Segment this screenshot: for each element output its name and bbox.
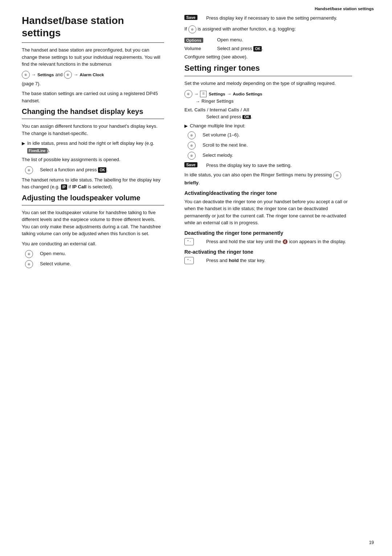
star-key-2: * ◦ <box>184 257 194 264</box>
scroll-text: Scroll to the next line. <box>203 142 352 149</box>
internal-calls-label: Internal Calls <box>209 107 239 113</box>
options-row: Options Open menu. <box>184 36 352 44</box>
section1-para1: You can assign different functions to yo… <box>22 123 164 137</box>
nav-page: (page 7). <box>22 80 164 87</box>
set-volume-text: Set volume (1–6). <box>203 131 352 139</box>
idle-ringer-para: In idle status, you can also open the Ri… <box>184 171 352 187</box>
header-title: Handset/base station settings <box>315 7 374 11</box>
intro-paragraph: The handset and base station are preconf… <box>22 46 164 68</box>
save-col-2: Save <box>184 162 203 167</box>
select-ok-row: Select and press OK. <box>206 114 352 119</box>
save-badge-1: Save <box>184 15 197 20</box>
ext-calls-line: Ext. Calls / Internal Calls / All <box>184 107 352 113</box>
ringer-nav-line2: → Ringer Settings <box>195 99 352 104</box>
deactivate-text: Press and hold the star key until the 🔇 … <box>206 238 352 245</box>
all-label: All <box>243 107 249 113</box>
sub1-para: You can deactivate the ringer tone on yo… <box>184 198 352 226</box>
icon-text-2: Open menu. <box>40 250 164 257</box>
section2-divider <box>22 205 164 205</box>
main-divider <box>22 42 164 43</box>
nav-icon-1: ⊕ <box>22 71 30 79</box>
page: Handset/base station settings 19 Handset… <box>0 0 392 285</box>
star-key-1: * ◦ <box>184 238 194 245</box>
icon-col-2: ⊕ <box>22 250 36 258</box>
ringer-nav-line: ⊕ → ☰ Settings → Audio Settings <box>184 90 352 98</box>
fixedline-badge: FixedLine <box>27 148 47 154</box>
section1-idle-return: The handset returns to idle status. The … <box>22 176 164 191</box>
save-row-2: Save Press the display key to save the s… <box>184 162 352 169</box>
if-assigned-para: If ⊕ is assigned with another function, … <box>184 25 352 34</box>
bullet-arrow-1: ▶ <box>22 140 25 147</box>
arrow-1: → <box>31 72 36 77</box>
deactivate-row: * ◦ Press and hold the star key until th… <box>184 238 352 245</box>
icon-col-scroll: ⊕ <box>184 142 199 150</box>
set-volume-row: ⊕ Set volume (1–6). <box>184 131 352 139</box>
star-key-col: * ◦ <box>184 238 203 245</box>
nav-icon-ringer2: ⊕ <box>333 171 341 179</box>
options-badge: Options <box>184 38 203 43</box>
ip-badge: IP <box>61 184 67 190</box>
ok-badge-2: OK <box>253 46 262 52</box>
nav-icon-melody: ⊕ <box>188 152 196 160</box>
right-column: Save Press display key if necessary to s… <box>174 15 370 270</box>
nav-icon-if: ⊕ <box>188 25 196 33</box>
nav-and: and <box>55 72 62 77</box>
menu-icon: ☰ <box>200 91 207 97</box>
star-key-col-2: * ◦ <box>184 257 203 264</box>
arrow-2: → <box>73 72 78 77</box>
section1-icon-row: ⊕ Select a function and press OK. <box>22 166 164 174</box>
melody-row: ⊕ Select melody. <box>184 152 352 160</box>
configure-text: Configure setting (see above). <box>184 53 352 61</box>
save-text-1: Press display key if necessary to save t… <box>206 15 352 22</box>
mute-icon: 🔇 <box>282 239 288 244</box>
section1-list-opened: The list of possible key assignments is … <box>22 156 164 163</box>
icon-text-1: Select a function and press OK. <box>40 166 164 173</box>
sub2-title: Deactivating the ringer tone permanently <box>184 230 352 236</box>
nav-icon-sv: ⊕ <box>188 131 196 139</box>
change-multi-text: Change multiple line input: <box>190 122 245 130</box>
options-col: Options <box>184 37 213 43</box>
reactivate-text: Press and hold the star key. <box>206 257 352 264</box>
nav-icon-scroll: ⊕ <box>188 142 196 150</box>
nav-alarm-label: Alarm Clock <box>79 73 104 77</box>
nav-icon-3: ⊕ <box>25 166 33 174</box>
nav-icon-4: ⊕ <box>25 250 33 258</box>
base-station-note: The base station settings are carried ou… <box>22 90 164 104</box>
ringer-section-title: Setting ringer tones <box>184 64 352 73</box>
volume-col: Volume <box>184 46 213 51</box>
change-multi-bullet: ▶ Change multiple line input: <box>184 122 352 130</box>
volume-text: Select and press OK. <box>217 45 352 52</box>
section2-row1: ⊕ Open menu. <box>22 250 164 258</box>
ringer-settings-bold: Ringer Settings <box>261 172 293 177</box>
volume-row: Volume Select and press OK. <box>184 45 352 52</box>
arrow-ringer3: → <box>195 99 200 104</box>
icon-text-3: Select volume. <box>40 260 164 267</box>
options-text: Open menu. <box>217 36 352 44</box>
right-save-row: Save Press display key if necessary to s… <box>184 15 352 22</box>
save-text-2: Press the display key to save the settin… <box>206 162 352 169</box>
ok-badge-3: OK <box>242 115 251 119</box>
arrow-ringer: → <box>194 91 199 97</box>
reactivate-row: * ◦ Press and hold the star key. <box>184 257 352 264</box>
ringer-nav-ringer: Ringer Settings <box>201 99 234 104</box>
volume-label: Volume <box>184 46 201 51</box>
ringer-nav-settings: Settings <box>209 92 225 96</box>
sub1-title: Activating/deactivating the ringer tone <box>184 190 352 196</box>
arrow-ringer2: → <box>226 91 231 97</box>
icon-col-1: ⊕ <box>22 166 36 174</box>
page-number: 19 <box>369 540 374 545</box>
section1-divider <box>22 119 164 119</box>
icon-col-melody: ⊕ <box>184 152 199 160</box>
sub3-title: Re-activating the ringer tone <box>184 249 352 255</box>
section1-bullet1-text: In idle status, press and hold the right… <box>27 140 164 154</box>
ext-calls-label: Ext. Calls <box>184 107 206 113</box>
ringer-divider <box>184 76 352 76</box>
ringer-nav-audio: Audio Settings <box>233 92 262 96</box>
main-title: Handset/base station settings <box>22 15 164 39</box>
section2-title: Adjusting the loudspeaker volume <box>22 193 164 202</box>
ringer-para: Set the volume and melody depending on t… <box>184 80 352 87</box>
section2-row2: ⊕ Select volume. <box>22 260 164 268</box>
scroll-row: ⊕ Scroll to the next line. <box>184 142 352 150</box>
bullet-arrow-2: ▶ <box>184 123 188 129</box>
left-column: Handset/base station settings The handse… <box>0 15 174 270</box>
